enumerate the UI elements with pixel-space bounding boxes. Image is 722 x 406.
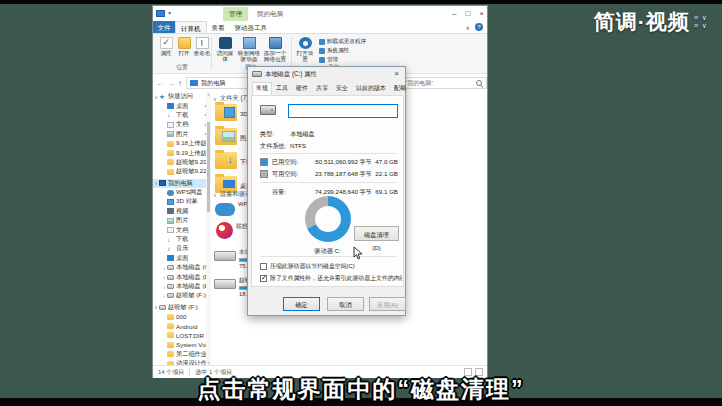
compress-drive-checkbox-row[interactable]: 压缩此驱动器以节约磁盘空间(C) [260,262,402,271]
tab-drive-tools[interactable]: 驱动器工具 [230,21,273,33]
free-space-size: 22.1 GB [370,170,398,177]
up-icon[interactable]: ↑ [178,79,182,88]
sidebar-item[interactable]: 3D 对象 [153,197,210,206]
sidebar-item-label: 文档 [176,120,204,129]
free-space-label: 可用空间: [272,170,298,179]
rename-button[interactable]: 重命名 [192,37,212,56]
sidebar-item[interactable]: ∨我的电脑 [153,179,210,188]
add-network-location-button[interactable]: 添加一个网络位置 [263,37,287,62]
open-folder-icon [178,37,191,49]
sidebar-item[interactable]: ›本地磁盘 (E:) [153,282,210,291]
properties-button[interactable]: 属性 [156,37,176,56]
this-pc-icon [156,10,165,17]
access-media-button[interactable]: 访问媒体 [215,37,235,62]
pictures-folder-icon [215,128,237,145]
minimize-button[interactable]: – [452,8,456,19]
sidebar-item-label: 3D 对象 [176,197,210,206]
dialog-tab-4[interactable]: 共享 [312,82,332,95]
sidebar-item-label: LOST.DIR [176,332,210,339]
dialog-tab-1[interactable]: 常规 [252,82,272,96]
dialog-close-icon[interactable]: × [392,69,401,79]
sidebar-item-label: 快速访问 [168,92,210,101]
sidebar-item[interactable]: ↓下载 [153,235,210,244]
uninstall-program-button[interactable]: 卸载或更改程序 [319,38,366,45]
scroll-thumb[interactable] [207,122,210,212]
sidebar-item[interactable]: 9.18上传赵晓敏 [153,139,210,148]
ribbon-group-location: 位置 [156,63,208,72]
sidebar-item[interactable]: 视频 [153,207,210,216]
section-chevron-icon: ∨ [213,96,217,102]
sidebar-item[interactable]: 9.19上传赵晓敏 [153,148,210,157]
sidebar-item[interactable]: ›赵晓敏 (F:) [153,291,210,300]
sidebar-item[interactable]: ›本地磁盘 (D:) [153,272,210,281]
star-icon: ★ [159,94,166,100]
sidebar-item[interactable]: 赵晓敏9.20 [153,158,210,167]
sidebar-item[interactable]: LOST.DIR [153,331,210,340]
ribbon-tabs: 文件 计算机 查看 驱动器工具 [153,21,487,34]
used-space-size: 47.0 GB [370,158,398,165]
system-properties-button[interactable]: 系统属性 [319,47,366,54]
disk-properties-dialog: 本地磁盘 (C:) 属性 × 常规工具硬件共享安全以前的版本配额 类型: 本地磁… [247,66,406,316]
sidebar-item[interactable]: System Volume… [153,340,210,349]
compress-drive-checkbox[interactable] [260,263,267,270]
sidebar-item-label: 本地磁盘 (D:) [176,273,210,282]
sidebar-item[interactable]: ↓下载✦ [153,111,210,120]
close-button[interactable]: × [479,8,484,19]
forward-icon[interactable]: → [167,79,175,88]
apply-button[interactable]: 应用(A) [369,297,406,311]
media-device-icon [219,37,232,49]
quick-access-toolbar[interactable]: ▾ [156,9,171,17]
folder-icon [167,159,174,165]
sidebar-item[interactable]: 桌面 [153,254,210,263]
open-button[interactable]: 打开 [174,37,194,56]
sidebar-item[interactable]: Android [153,321,210,330]
ok-button[interactable]: 确定 [283,297,320,311]
sidebar-item[interactable]: 文档 [153,225,210,234]
dialog-tab-7[interactable]: 配额 [390,82,410,95]
dialog-tab-2[interactable]: 工具 [272,82,292,95]
sidebar-item[interactable]: ›本地磁盘 (C:) [153,263,210,272]
sidebar-item[interactable]: ∨★快速访问 [153,92,210,101]
sidebar-item[interactable]: 000 [153,312,210,321]
sidebar-item[interactable]: 桌面✦ [153,101,210,110]
volume-label-input[interactable] [288,104,398,118]
sidebar-item[interactable]: ♪音乐 [153,244,210,253]
sidebar-item[interactable]: 第二组作业 [153,350,210,359]
collapse-ribbon-icon[interactable]: ∧ [466,24,470,31]
tab-computer[interactable]: 计算机 [175,21,207,33]
sidebar-item[interactable]: 图片✦ [153,130,210,139]
local-disk-icon [214,251,236,261]
disk-icon [167,284,174,289]
sidebar-item[interactable]: WPS网盘 [153,188,210,197]
index-contents-checkbox-row[interactable]: 除了文件属性外，还允许索引此驱动器上文件的内容(I) [260,274,402,283]
tab-view[interactable]: 查看 [207,21,230,33]
sidebar-item-label: 桌面 [176,102,204,111]
drive-icon [252,71,262,77]
map-network-drive-button[interactable]: 映射网络驱动器 [237,37,261,62]
open-settings-button[interactable]: 打开设置 [295,37,315,62]
music-icon: ♪ [167,246,174,252]
manage-contextual-header: 管理 [223,7,248,21]
video-subtitle: 点击常规界面中的“磁盘清理” [0,374,722,405]
sidebar-item-label: 赵晓敏 (F:) [168,303,210,312]
qat-customize-icon[interactable]: ▾ [168,9,171,17]
dialog-tab-5[interactable]: 安全 [332,82,352,95]
tab-file[interactable]: 文件 [153,21,175,33]
this-pc-icon [190,80,198,86]
maximize-button[interactable]: □ [465,8,470,19]
dialog-tab-3[interactable]: 硬件 [292,82,312,95]
cloud-icon [167,190,174,196]
sidebar-item-label: 本地磁盘 (C:) [176,263,210,272]
sidebar-item-label: 第二组作业 [176,350,210,359]
index-contents-checkbox[interactable] [260,275,267,282]
manage-button[interactable]: 管理 [319,56,366,63]
sidebar-item[interactable]: 赵晓敏9.22 [153,167,210,176]
back-icon[interactable]: ← [156,79,164,88]
help-icon[interactable]: ? [475,23,483,31]
cancel-button[interactable]: 取消 [327,297,364,311]
dialog-tab-6[interactable]: 以前的版本 [352,82,390,95]
disk-cleanup-button[interactable]: 磁盘清理(D) [354,226,399,241]
sidebar-item[interactable]: ∨赵晓敏 (F:) [153,303,210,312]
sidebar-item[interactable]: 文档✦ [153,120,210,129]
sidebar-item[interactable]: 图片 [153,216,210,225]
